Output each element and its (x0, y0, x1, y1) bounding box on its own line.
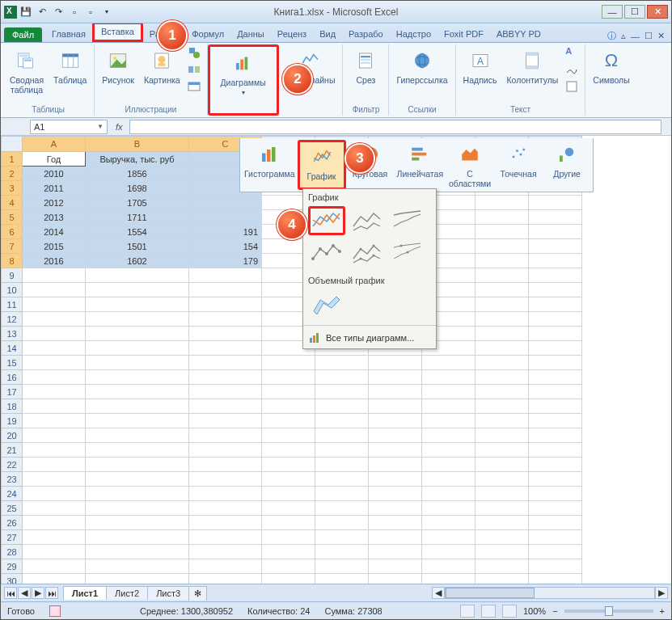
cell[interactable] (529, 356, 582, 370)
row-header[interactable]: 15 (2, 356, 23, 370)
cell[interactable] (529, 428, 582, 443)
cell[interactable] (262, 530, 315, 545)
cell[interactable] (189, 399, 262, 414)
row-header[interactable]: 26 (2, 516, 23, 530)
name-box[interactable]: A1 ▼ (30, 120, 108, 134)
qat-undo-icon[interactable]: ↶ (35, 5, 49, 19)
row-header[interactable]: 18 (2, 399, 23, 414)
cell[interactable] (369, 574, 422, 584)
row-header[interactable]: 11 (2, 297, 23, 312)
cell[interactable] (369, 530, 422, 545)
chart-scatter-button[interactable]: Точечная (494, 140, 543, 190)
symbols-button[interactable]: Ω Символы (590, 46, 632, 86)
cell[interactable]: 2010 (23, 167, 86, 181)
cell[interactable] (529, 530, 582, 545)
sheet-tab[interactable]: Лист3 (147, 586, 189, 600)
cell[interactable] (422, 559, 475, 574)
cell[interactable] (475, 356, 529, 370)
cell[interactable] (189, 516, 262, 530)
row-header[interactable]: 22 (2, 458, 23, 472)
cell[interactable] (189, 428, 262, 443)
cell[interactable] (262, 472, 315, 487)
cell[interactable] (529, 399, 582, 414)
cell[interactable] (315, 530, 369, 545)
cell[interactable] (189, 297, 262, 312)
table-button[interactable]: Таблица (51, 46, 89, 86)
cell[interactable] (86, 443, 189, 458)
cell[interactable]: 1856 (86, 167, 189, 181)
cell[interactable]: 1705 (86, 196, 189, 210)
cell[interactable] (189, 327, 262, 341)
cell[interactable] (189, 210, 262, 225)
cell[interactable] (315, 516, 369, 530)
cell[interactable] (529, 312, 582, 327)
cell[interactable]: 2013 (23, 210, 86, 225)
macro-rec-icon[interactable] (49, 605, 61, 617)
cell[interactable] (86, 399, 189, 414)
row-header[interactable]: 4 (2, 196, 23, 210)
cell[interactable] (86, 268, 189, 283)
tab-dev[interactable]: Разрабо (342, 27, 390, 42)
row-header[interactable]: 13 (2, 327, 23, 341)
cell[interactable] (422, 399, 475, 414)
qat-dropdown-icon[interactable]: ▾ (99, 5, 114, 19)
row-header[interactable]: 25 (2, 501, 23, 516)
cell[interactable]: 154 (189, 239, 262, 254)
cell[interactable]: 1501 (86, 239, 189, 254)
cell[interactable]: Выручка, тыс. руб (86, 152, 189, 167)
textbox-button[interactable]: A Надпись (461, 46, 500, 86)
cell[interactable]: 2011 (23, 181, 86, 196)
object-icon[interactable] (565, 80, 580, 95)
cell[interactable] (475, 472, 529, 487)
cell[interactable] (23, 487, 86, 501)
row-header[interactable]: 21 (2, 443, 23, 458)
cell[interactable] (529, 268, 582, 283)
cell[interactable] (422, 414, 475, 428)
wordart-icon[interactable]: A (565, 46, 580, 61)
minimize-ribbon-icon[interactable]: ▵ (621, 31, 626, 41)
cell[interactable] (315, 501, 369, 516)
cell[interactable] (189, 472, 262, 487)
cell[interactable] (262, 574, 315, 584)
sheet-nav-prev[interactable]: ◀ (18, 587, 31, 599)
hscroll-left[interactable]: ◀ (432, 587, 445, 599)
cell[interactable] (23, 327, 86, 341)
hscroll-right[interactable]: ▶ (655, 587, 668, 599)
cell[interactable] (369, 370, 422, 385)
line-chart-option-3[interactable] (389, 206, 426, 235)
cell[interactable] (189, 574, 262, 584)
tab-data[interactable]: Данны (230, 27, 271, 42)
sheet-tab[interactable]: Лист2 (106, 586, 148, 600)
chart-histogram-button[interactable]: Гистограмма (242, 140, 298, 190)
cell[interactable] (23, 297, 86, 312)
row-header[interactable]: 3 (2, 181, 23, 196)
tab-file[interactable]: Файл (4, 27, 42, 42)
cell[interactable] (475, 196, 529, 210)
tab-review[interactable]: Реценз (271, 27, 313, 42)
cell[interactable] (86, 530, 189, 545)
row-header[interactable]: 10 (2, 283, 23, 297)
cell[interactable] (529, 210, 582, 225)
cell[interactable] (475, 501, 529, 516)
doc-max-icon[interactable]: ☐ (645, 31, 653, 41)
cell[interactable] (86, 297, 189, 312)
line-3d-option[interactable] (308, 289, 345, 318)
cell[interactable] (529, 385, 582, 399)
line-chart-option-4[interactable] (308, 238, 345, 268)
cell[interactable] (315, 472, 369, 487)
cell[interactable] (369, 414, 422, 428)
cell[interactable] (262, 516, 315, 530)
pivot-table-button[interactable]: Сводная таблица (7, 46, 46, 96)
cell[interactable] (23, 385, 86, 399)
cell[interactable] (315, 356, 369, 370)
cell[interactable]: 1602 (86, 254, 189, 268)
cell[interactable] (475, 443, 529, 458)
cell[interactable] (475, 545, 529, 559)
cell[interactable] (475, 428, 529, 443)
view-layout[interactable] (481, 605, 496, 618)
cell[interactable] (529, 574, 582, 584)
cell[interactable] (422, 428, 475, 443)
cell[interactable] (529, 239, 582, 254)
sheet-nav-first[interactable]: ⏮ (4, 587, 17, 599)
cell[interactable] (189, 370, 262, 385)
